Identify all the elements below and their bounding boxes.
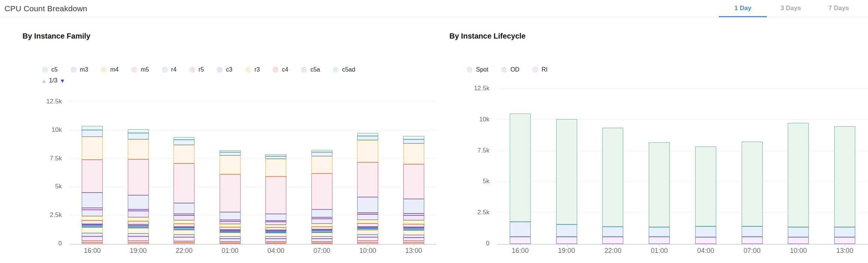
bar-segment-od[interactable] — [788, 227, 809, 237]
legend-item-r5[interactable]: r5 — [189, 66, 204, 73]
legend-item-ri[interactable]: RI — [532, 66, 548, 73]
bar-segment[interactable] — [265, 239, 286, 242]
bar-segment-m4[interactable] — [403, 143, 424, 164]
bar-segment-od[interactable] — [649, 227, 670, 237]
bar-segment-r3[interactable] — [311, 224, 332, 227]
bar-segment-od[interactable] — [602, 227, 623, 237]
bar-segment[interactable] — [357, 237, 378, 241]
bar-segment-r4[interactable] — [82, 193, 103, 208]
bar-segment[interactable] — [403, 238, 424, 241]
bar-segment-m4[interactable] — [265, 159, 286, 176]
bar-segment-c3[interactable] — [403, 215, 424, 221]
tab-1-day[interactable]: 1 Day — [719, 0, 767, 17]
bar-segment-c3[interactable] — [174, 215, 195, 220]
legend-item-r4[interactable]: r4 — [162, 66, 177, 73]
bar-segment-c3[interactable] — [357, 214, 378, 220]
tab-7-days[interactable]: 7 Days — [815, 0, 863, 17]
bar-segment-r4[interactable] — [128, 195, 149, 209]
bar-segment-od[interactable] — [834, 227, 855, 237]
bar-segment-m4[interactable] — [174, 145, 195, 163]
bar-segment-r4[interactable] — [220, 212, 241, 220]
bar-segment[interactable] — [174, 235, 195, 237]
bar-segment-c5[interactable] — [357, 133, 378, 136]
bar-segment-r4[interactable] — [357, 197, 378, 213]
legend-item-m5[interactable]: m5 — [131, 66, 149, 73]
legend-item-od[interactable]: OD — [501, 66, 519, 73]
legend-page-up-button[interactable]: ▲ — [41, 78, 47, 84]
bar-segment-ri[interactable] — [556, 237, 577, 244]
bar-segment[interactable] — [357, 235, 378, 237]
bar-segment-c4[interactable] — [220, 227, 241, 230]
bar-segment-c4[interactable] — [82, 220, 103, 224]
bar-segment-m4[interactable] — [128, 139, 149, 159]
legend-page-down-button[interactable]: ▼ — [60, 78, 65, 84]
bar-segment[interactable] — [174, 230, 195, 235]
bar-segment-r4[interactable] — [403, 199, 424, 214]
bar-segment-r3[interactable] — [357, 220, 378, 224]
bar-segment-m5[interactable] — [265, 176, 286, 214]
bar-segment-m4[interactable] — [357, 140, 378, 162]
bar-segment-m4[interactable] — [82, 137, 103, 159]
bar-segment-c5[interactable] — [403, 136, 424, 139]
bar-segment-r3[interactable] — [265, 225, 286, 227]
bar-segment[interactable] — [128, 228, 149, 233]
bar-segment-m4[interactable] — [220, 155, 241, 174]
legend-item-c5[interactable]: c5 — [42, 66, 58, 73]
bar-segment-c5a[interactable] — [220, 152, 241, 155]
bar-segment-spot[interactable] — [695, 146, 716, 226]
bar-segment-m5[interactable] — [311, 173, 332, 209]
bar-segment-r3[interactable] — [174, 220, 195, 224]
bar-segment-c5a[interactable] — [82, 130, 103, 137]
bar-segment-r4[interactable] — [311, 209, 332, 217]
bar-segment-c3[interactable] — [82, 210, 103, 217]
bar-segment-c3[interactable] — [220, 221, 241, 224]
bar-segment-r3[interactable] — [82, 216, 103, 220]
bar-segment-c5a[interactable] — [311, 152, 332, 156]
bar-segment[interactable] — [174, 237, 195, 241]
bar-segment-c5a[interactable] — [128, 133, 149, 139]
bar-segment-c3[interactable] — [265, 222, 286, 225]
bar-segment-ri[interactable] — [742, 237, 763, 244]
bar-segment-spot[interactable] — [834, 126, 855, 227]
bar-segment-ri[interactable] — [834, 237, 855, 244]
bar-segment-r3[interactable] — [220, 224, 241, 227]
bar-segment-c5[interactable] — [174, 137, 195, 140]
bar-segment-m5[interactable] — [128, 159, 149, 195]
bar-segment-c3[interactable] — [311, 219, 332, 224]
bar-segment[interactable] — [220, 239, 241, 242]
bar-segment-ri[interactable] — [649, 237, 670, 244]
bar-segment-od[interactable] — [742, 226, 763, 237]
bar-segment-r4[interactable] — [174, 203, 195, 214]
bar-segment-r4[interactable] — [265, 214, 286, 221]
bar-segment[interactable] — [220, 233, 241, 236]
bar-segment[interactable] — [311, 233, 332, 236]
bar-segment[interactable] — [128, 236, 149, 241]
bar-segment-spot[interactable] — [649, 142, 670, 227]
legend-item-r3[interactable]: r3 — [245, 66, 260, 73]
bar-segment-m5[interactable] — [82, 160, 103, 193]
bar-segment-c5[interactable] — [82, 126, 103, 130]
bar-segment[interactable] — [82, 227, 103, 233]
bar-segment[interactable] — [82, 233, 103, 236]
bar-segment-c4[interactable] — [403, 224, 424, 227]
bar-segment-od[interactable] — [510, 222, 531, 237]
bar-segment[interactable] — [265, 233, 286, 236]
bar-segment-c4[interactable] — [311, 227, 332, 229]
bar-segment-c4[interactable] — [128, 221, 149, 224]
bar-segment-m5[interactable] — [174, 163, 195, 203]
bar-segment-od[interactable] — [695, 226, 716, 237]
legend-item-c3[interactable]: c3 — [217, 66, 232, 73]
bar-segment[interactable] — [128, 233, 149, 236]
bar-segment-spot[interactable] — [510, 114, 531, 222]
bar-segment-c5a[interactable] — [403, 139, 424, 143]
bar-segment-ri[interactable] — [510, 237, 531, 244]
bar-segment[interactable] — [357, 230, 378, 235]
legend-item-spot[interactable]: Spot — [467, 66, 488, 73]
bar-segment[interactable] — [403, 235, 424, 238]
bar-segment-m5[interactable] — [357, 162, 378, 197]
bar-segment-m4[interactable] — [311, 156, 332, 173]
bar-segment[interactable] — [82, 236, 103, 241]
legend-item-m4[interactable]: m4 — [101, 66, 118, 73]
bar-segment-c5a[interactable] — [265, 156, 286, 159]
bar-segment-spot[interactable] — [556, 119, 577, 224]
